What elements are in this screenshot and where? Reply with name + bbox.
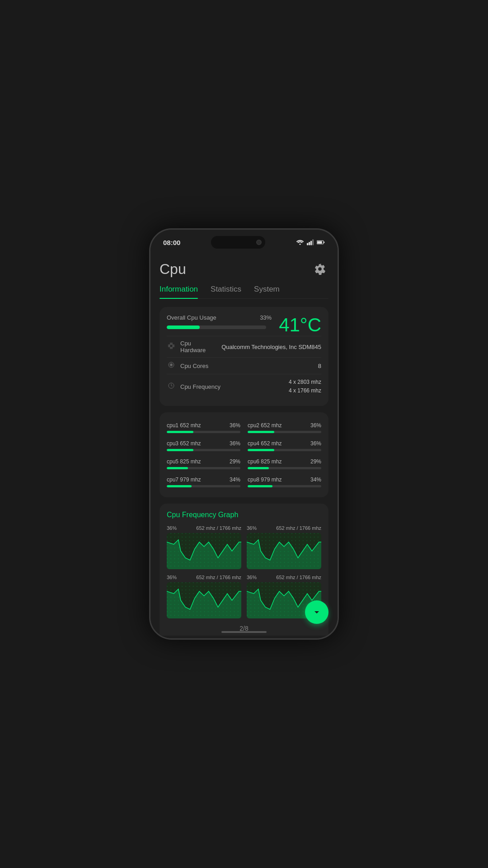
cpu-cores-card: cpu1 652 mhz 36% cpu2 652 mhz 36% cpu3 6… [160,412,328,497]
graph-item: 36% 652 mhz / 1766 mhz [167,575,241,618]
signal-icon [307,239,314,245]
core-item: cpu7 979 mhz 34% [167,474,240,490]
cpu-cores-row: Cpu Cores 8 [167,357,321,374]
phone-inner: 08:00 [150,230,338,638]
cpu-hardware-label: Cpu Hardware [180,340,217,354]
graph-title: Cpu Frequency Graph [167,511,321,519]
graph-item: 36% 652 mhz / 1766 mhz [167,525,241,569]
app-header: Cpu [160,257,328,285]
overall-cpu-bar-fill [167,326,200,329]
overall-cpu-pct: 33% [260,314,272,321]
cpu-temperature: 41°C [279,314,321,335]
status-icons [296,239,325,245]
core-item: cpu2 652 mhz 36% [248,420,321,436]
core-item: cpu3 652 mhz 36% [167,438,240,454]
chevron-down-icon [311,607,322,618]
svg-rect-3 [312,240,314,245]
tab-bar: Information Statistics System [160,285,328,299]
settings-button[interactable] [311,260,328,278]
overall-cpu-bar [167,326,266,329]
fab-button[interactable] [305,600,328,624]
battery-icon [317,239,325,245]
cpu-hardware-icon [167,342,176,351]
app-title: Cpu [160,261,186,278]
tab-information[interactable]: Information [160,285,198,298]
gear-icon [314,263,326,275]
cpu-hardware-value: Qualcomm Technologies, Inc SDM845 [221,344,321,350]
cpu-frequency-label: Cpu Frequency [180,383,284,390]
overall-cpu-card: Overall Cpu Usage 33% 41°C [160,307,328,406]
overall-cpu-label: Overall Cpu Usage [167,314,216,321]
svg-rect-0 [307,243,308,245]
core-item: cpu1 652 mhz 36% [167,420,240,436]
svg-rect-1 [309,242,310,245]
core-item: cpu6 825 mhz 29% [248,456,321,472]
svg-rect-7 [170,344,173,348]
tab-statistics[interactable]: Statistics [211,285,241,298]
bottom-strip [150,627,338,635]
svg-point-8 [170,363,172,366]
cpu-hardware-row: Cpu Hardware Qualcomm Technologies, Inc … [167,336,321,357]
svg-rect-6 [317,241,322,243]
core-item: cpu8 979 mhz 34% [248,474,321,490]
app-content: Cpu Information Statistics System [150,252,338,636]
core-item: cpu4 652 mhz 36% [248,438,321,454]
frequency-graph-card: Cpu Frequency Graph 36% 652 mhz / 1766 m… [160,504,328,636]
status-time: 08:00 [163,239,180,246]
wifi-icon [296,239,304,245]
cpu-frequency-row: Cpu Frequency 4 x 2803 mhz 4 x 1766 mhz [167,374,321,399]
cpu-frequency-values: 4 x 2803 mhz 4 x 1766 mhz [289,378,321,395]
cores-grid: cpu1 652 mhz 36% cpu2 652 mhz 36% cpu3 6… [167,420,321,490]
cpu-cores-value: 8 [318,363,321,369]
core-item: cpu5 825 mhz 29% [167,456,240,472]
home-indicator [221,631,267,633]
cpu-cores-icon [167,361,176,370]
svg-rect-5 [324,242,324,243]
status-bar: 08:00 [150,230,338,252]
cpu-cores-label: Cpu Cores [180,363,314,369]
notch [211,236,265,249]
camera-cutout [256,240,262,245]
svg-rect-2 [310,241,312,245]
graph-grid: 36% 652 mhz / 1766 mhz 36% 652 mhz / 176… [167,525,321,618]
graph-item: 36% 652 mhz / 1766 mhz [247,525,321,569]
phone-frame: 08:00 [149,228,339,640]
cpu-frequency-icon [167,382,176,391]
tab-system[interactable]: System [254,285,280,298]
